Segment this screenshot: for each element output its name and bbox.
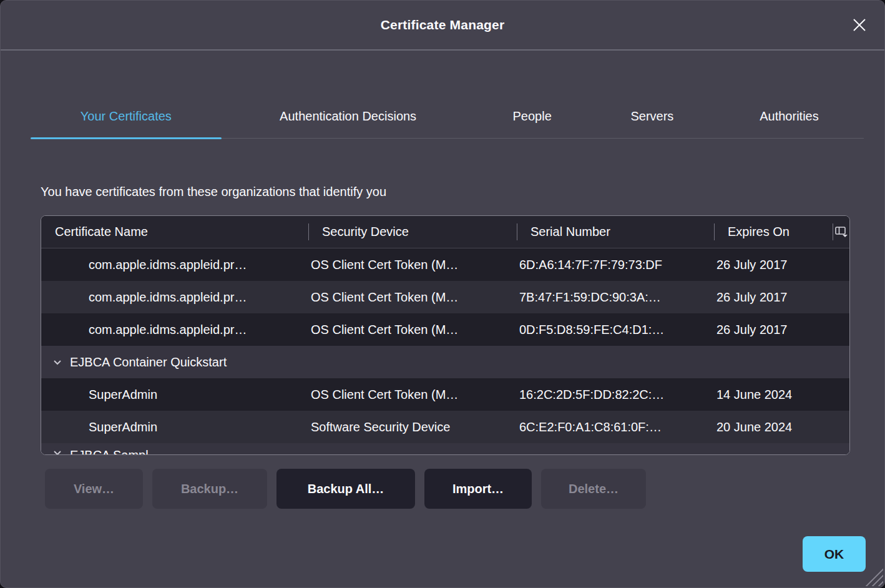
column-header-device[interactable]: Security Device [308, 216, 517, 248]
tab-label: Authorities [760, 109, 819, 124]
cell-security-device: OS Client Cert Token (M… [308, 323, 517, 337]
cell-serial-number: 0D:F5:D8:59:FE:C4:D1:… [517, 323, 714, 337]
chevron-down-icon [52, 448, 62, 455]
tab-strip: Your CertificatesAuthentication Decision… [31, 94, 864, 139]
table-row[interactable]: com.apple.idms.appleid.pr…OS Client Cert… [41, 248, 849, 281]
tab-label: Authentication Decisions [280, 109, 416, 124]
cell-certificate-name: com.apple.idms.appleid.pr… [41, 323, 308, 337]
cell-expires-on: 20 June 2024 [714, 420, 833, 434]
backup-button[interactable]: Backup… [152, 469, 267, 509]
tab-label: People [513, 109, 552, 124]
tab-authentication-decisions[interactable]: Authentication Decisions [222, 94, 475, 139]
column-header-label: Serial Number [531, 225, 610, 239]
view-button[interactable]: View… [45, 469, 143, 509]
table-row[interactable]: SuperAdminOS Client Cert Token (M…16:2C:… [41, 378, 849, 411]
group-label: EJBCA Container Quickstart [70, 355, 227, 370]
cell-certificate-name: SuperAdmin [41, 420, 308, 434]
chevron-down-icon [52, 358, 62, 366]
column-header-label: Certificate Name [55, 225, 148, 239]
column-header-name[interactable]: Certificate Name [41, 216, 308, 248]
cell-serial-number: 6C:E2:F0:A1:C8:61:0F:… [517, 420, 714, 434]
cell-expires-on: 26 July 2017 [714, 258, 833, 272]
cell-security-device: OS Client Cert Token (M… [308, 258, 517, 272]
table-row[interactable]: com.apple.idms.appleid.pr…OS Client Cert… [41, 313, 849, 346]
column-picker-icon [835, 227, 848, 237]
table-row[interactable]: com.apple.idms.appleid.pr…OS Client Cert… [41, 281, 849, 313]
table-body: com.apple.idms.appleid.pr…OS Client Cert… [41, 248, 849, 455]
import-button[interactable]: Import… [424, 469, 532, 509]
column-header-label: Expires On [728, 225, 790, 239]
cell-certificate-name: com.apple.idms.appleid.pr… [41, 290, 308, 305]
cell-serial-number: 6D:A6:14:7F:7F:79:73:DF [517, 258, 714, 272]
tab-your-certificates[interactable]: Your Certificates [31, 94, 222, 139]
column-header-serial[interactable]: Serial Number [517, 216, 714, 248]
cell-security-device: OS Client Cert Token (M… [308, 388, 517, 402]
certificates-table: Certificate NameSecurity DeviceSerial Nu… [41, 215, 850, 455]
backup-all-button[interactable]: Backup All… [276, 469, 415, 509]
column-picker-button[interactable] [833, 216, 849, 248]
titlebar: Certificate Manager [1, 1, 884, 51]
description-text: You have certificates from these organiz… [41, 185, 884, 199]
cell-expires-on: 14 June 2024 [714, 388, 833, 402]
cell-expires-on: 26 July 2017 [714, 290, 833, 305]
column-header-label: Security Device [322, 225, 409, 239]
cell-security-device: OS Client Cert Token (M… [308, 290, 517, 305]
cell-serial-number: 7B:47:F1:59:DC:90:3A:… [517, 290, 714, 305]
action-button-bar: View…Backup…Backup All…Import…Delete… [45, 469, 884, 509]
tab-authorities[interactable]: Authorities [715, 94, 864, 139]
tab-label: Your Certificates [81, 109, 172, 124]
cell-security-device: Software Security Device [308, 420, 517, 434]
close-icon[interactable] [848, 14, 871, 36]
certificate-manager-dialog: Certificate Manager Your CertificatesAut… [0, 0, 885, 588]
cell-certificate-name: com.apple.idms.appleid.pr… [41, 258, 308, 272]
group-row-partial[interactable]: EJBCA Sampl [41, 443, 849, 455]
tab-label: Servers [630, 109, 673, 124]
group-row[interactable]: EJBCA Container Quickstart [41, 346, 849, 378]
cell-expires-on: 26 July 2017 [714, 323, 833, 337]
column-header-expires[interactable]: Expires On [714, 216, 833, 248]
table-row[interactable]: SuperAdminSoftware Security Device6C:E2:… [41, 411, 849, 443]
group-label: EJBCA Sampl [70, 448, 149, 455]
table-header-row: Certificate NameSecurity DeviceSerial Nu… [41, 216, 849, 248]
dialog-title: Certificate Manager [381, 17, 505, 32]
tab-people[interactable]: People [475, 94, 590, 139]
ok-button[interactable]: OK [803, 536, 866, 572]
delete-button[interactable]: Delete… [541, 469, 646, 509]
cell-certificate-name: SuperAdmin [41, 388, 308, 402]
tab-servers[interactable]: Servers [590, 94, 715, 139]
cell-serial-number: 16:2C:2D:5F:DD:82:2C:… [517, 388, 714, 402]
